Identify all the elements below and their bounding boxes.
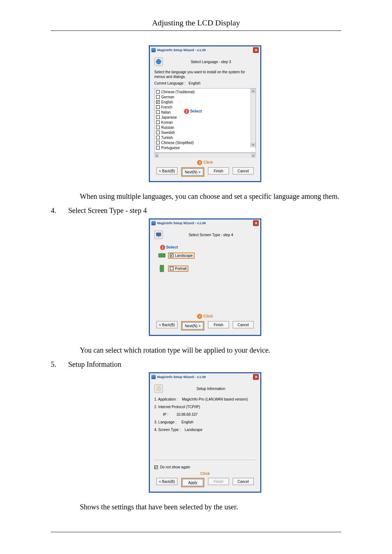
wizard-footer: < Back(B) Apply Finish Cancel [154, 476, 256, 487]
app-icon [151, 48, 156, 52]
callout-select-label: Select [166, 245, 178, 249]
monitor-icon [154, 230, 163, 239]
close-icon[interactable]: ✕ [253, 374, 259, 380]
hand-icon [154, 384, 163, 393]
highlight-next: Next(N) > [181, 321, 204, 331]
cancel-button[interactable]: Cancel [233, 478, 254, 485]
svg-rect-3 [159, 254, 165, 257]
portrait-icon [158, 264, 166, 272]
back-button[interactable]: < Back(B) [156, 478, 177, 485]
checkbox-unchecked-icon[interactable] [156, 115, 160, 119]
wizard-title: MagicInfo Setup Wizard - v.1.09 [157, 221, 252, 225]
checkbox-unchecked-icon[interactable] [156, 110, 160, 114]
portrait-option[interactable]: Portrait [158, 264, 256, 272]
landscape-label: Landscape [175, 254, 193, 258]
highlight-apply: Apply [181, 478, 204, 487]
list-item[interactable]: Turkish [156, 135, 250, 140]
landscape-option[interactable]: ✔ Landscape [158, 251, 256, 259]
info-ip: IP : 10.88.68.107 [163, 413, 256, 416]
close-icon[interactable]: ✕ [253, 220, 259, 226]
back-button[interactable]: < Back(B) [156, 167, 177, 175]
callout-click-label: Click [203, 314, 213, 318]
info-value: Landscape [185, 428, 203, 432]
list-item[interactable]: ✔English [156, 99, 250, 104]
list-item[interactable]: Russian [156, 125, 250, 130]
back-button[interactable]: < Back(B) [156, 321, 177, 328]
wizard-title: MagicInfo Setup Wizard - v.1.09 [157, 375, 252, 379]
cancel-button[interactable]: Cancel [233, 167, 254, 175]
callout-select-label: Select [190, 109, 202, 113]
list-text: Select Screen Type - step 4 [68, 206, 147, 215]
list-item[interactable]: Italian [156, 110, 250, 115]
list-item[interactable]: Korean [156, 120, 250, 125]
info-application: 1. Application : MagicInfo Pro (LAN,WAN … [154, 397, 256, 401]
badge-2-icon: 2 [197, 314, 202, 319]
checkbox-checked-icon[interactable]: ✔ [156, 100, 160, 104]
list-item[interactable]: Swedish [156, 130, 250, 135]
next-button[interactable]: Next(N) > [182, 168, 203, 176]
step3-heading: Select Language - step 3 [166, 60, 256, 64]
wizard-step4: MagicInfo Setup Wizard - v.1.09 ✕ Select… [149, 218, 261, 336]
list-item[interactable]: Chinese (Simplified) [156, 140, 250, 145]
apply-button[interactable]: Apply [182, 479, 203, 486]
wizard-titlebar: MagicInfo Setup Wizard - v.1.09 ✕ [150, 219, 260, 227]
language-list[interactable]: Chinese (Traditional) German ✔English Fr… [154, 88, 256, 153]
checkbox-unchecked-icon[interactable] [156, 105, 160, 109]
next-button[interactable]: Next(N) > [182, 322, 203, 329]
callout-select: 1 Select [184, 109, 202, 114]
lang-label: Korean [161, 120, 173, 124]
checkbox-unchecked-icon[interactable] [156, 95, 160, 99]
cancel-button[interactable]: Cancel [233, 321, 254, 328]
checkbox-unchecked-icon[interactable] [156, 131, 160, 134]
step5-heading: Setup Information [166, 387, 256, 391]
callout-click-label: Click [203, 160, 213, 164]
list-item[interactable]: Portuguese [156, 145, 250, 150]
wizard-titlebar: MagicInfo Setup Wizard - v.1.09 ✕ [150, 373, 260, 381]
checkbox-unchecked-icon[interactable] [156, 126, 160, 129]
callout-click-label: Click [200, 471, 210, 476]
current-language: Current Language : English [154, 81, 256, 85]
info-screentype: 4. Screen Type : Landscape [154, 428, 256, 432]
lang-label: Chinese (Simplified) [161, 141, 193, 145]
finish-button[interactable]: Finish [208, 167, 229, 175]
wizard-footer: < Back(B) Next(N) > Finish Cancel [154, 166, 256, 177]
badge-1-icon: 1 [184, 109, 189, 114]
wizard-step3: MagicInfo Setup Wizard - v.1.09 ✕ Select… [149, 45, 261, 182]
checkbox-unchecked-icon[interactable] [156, 90, 160, 94]
step4-heading: Select Screen Type - step 4 [166, 233, 256, 237]
wizard-setup-info: MagicInfo Setup Wizard - v.1.09 ✕ Setup … [149, 372, 261, 493]
checkbox-unchecked-icon[interactable] [156, 136, 160, 139]
divider [154, 460, 256, 460]
list-number: 4. [51, 206, 60, 215]
numbered-item-5: 5. Setup Information [51, 360, 341, 369]
app-icon [151, 221, 156, 225]
finish-button[interactable]: Finish [208, 321, 229, 328]
list-item[interactable]: German [156, 94, 250, 99]
vertical-scrollbar[interactable] [250, 89, 256, 147]
checkbox-checked-icon[interactable]: ✔ [170, 254, 173, 257]
checkbox-checked-icon[interactable]: ✔ [154, 465, 158, 469]
callout-select: 1 Select [160, 245, 256, 250]
wizard-footer: < Back(B) Next(N) > Finish Cancel [154, 320, 256, 331]
info-label: 1. Application : [154, 397, 178, 401]
list-item[interactable]: French [156, 104, 250, 110]
info-value: MagicInfo Pro (LAN,WAN based version) [182, 397, 248, 401]
list-item[interactable]: Chinese (Traditional) [156, 89, 250, 94]
list-item[interactable]: Japanese [156, 115, 250, 120]
current-language-label: Current Language : [154, 81, 185, 85]
lang-label: Swedish [161, 131, 175, 135]
checkbox-unchecked-icon[interactable] [156, 141, 160, 144]
app-icon [151, 375, 156, 379]
checkbox-unchecked-icon[interactable] [156, 146, 160, 149]
do-not-show-again[interactable]: ✔ Do not show again [154, 462, 256, 469]
svg-rect-4 [160, 265, 164, 272]
list-text: Setup Information [68, 360, 121, 369]
checkbox-unchecked-icon[interactable] [156, 120, 160, 124]
paragraph: You can select which rotation type will … [80, 346, 341, 354]
current-language-value: English [189, 81, 201, 85]
landscape-icon [158, 251, 166, 259]
horizontal-scrollbar[interactable] [154, 153, 256, 158]
close-icon[interactable]: ✕ [253, 47, 259, 53]
checkbox-unchecked-icon[interactable] [170, 267, 173, 270]
info-value: English [181, 420, 193, 424]
